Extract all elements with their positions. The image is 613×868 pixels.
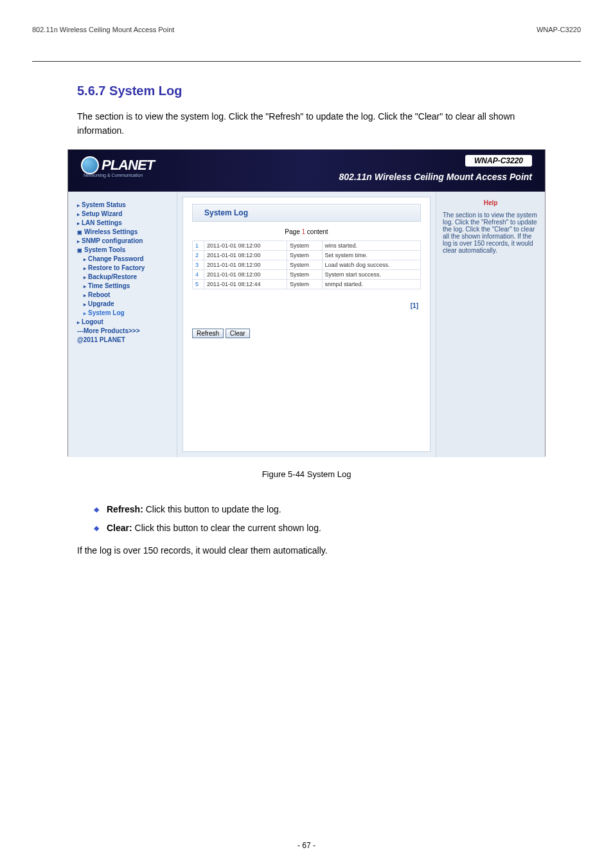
sidebar-item-lan-settings[interactable]: LAN Settings — [77, 219, 172, 226]
page-indicator: Page 1 content — [192, 228, 421, 235]
app-header: PLANET Networking & Communication WNAP-C… — [68, 150, 545, 192]
bullet-text: Click this button to clear the current s… — [135, 523, 321, 533]
log-table: 12011-01-01 08:12:00Systemwins started. … — [192, 240, 421, 289]
button-row: Refresh Clear — [192, 329, 421, 338]
log-message: wins started. — [322, 241, 421, 251]
sidebar-sub-change-password[interactable]: Change Password — [84, 255, 172, 262]
log-source: System — [287, 260, 322, 270]
sidebar-sub-time-settings[interactable]: Time Settings — [84, 282, 172, 289]
table-row: 52011-01-01 08:12:44Systemsnmpd started. — [193, 280, 421, 289]
bullet-refresh: ◆ Refresh: Click this button to update t… — [94, 502, 536, 518]
table-row: 32011-01-01 08:12:00SystemLoad watch dog… — [193, 260, 421, 270]
sidebar-item-system-status[interactable]: System Status — [77, 201, 172, 208]
sidebar-item-setup-wizard[interactable]: Setup Wizard — [77, 210, 172, 217]
log-index: 1 — [193, 241, 204, 251]
clear-button[interactable]: Clear — [226, 329, 250, 338]
description-block: ◆ Refresh: Click this button to update t… — [77, 499, 536, 559]
pager[interactable]: [1] — [192, 302, 418, 309]
log-time: 2011-01-01 08:12:00 — [204, 251, 287, 260]
diamond-icon: ◆ — [94, 503, 99, 516]
sidebar-item-system-tools[interactable]: System Tools — [77, 246, 172, 253]
help-title: Help — [443, 199, 538, 206]
model-badge: WNAP-C3220 — [465, 155, 532, 167]
sidebar-sub-reboot[interactable]: Reboot — [84, 291, 172, 298]
section-description: The section is to view the system log. C… — [77, 109, 536, 138]
sidebar-sub-backup-restore[interactable]: Backup/Restore — [84, 273, 172, 280]
brand-tagline: Networking & Communication — [84, 173, 154, 177]
figure-caption: Figure 5-44 System Log — [0, 469, 613, 479]
log-time: 2011-01-01 08:12:00 — [204, 270, 287, 280]
log-index: 2 — [193, 251, 204, 260]
sidebar-sub-restore-factory[interactable]: Restore to Factory — [84, 264, 172, 271]
sidebar: System Status Setup Wizard LAN Settings … — [68, 192, 177, 457]
bullet-text: Click this button to update the log. — [146, 504, 281, 514]
section-heading: 5.6.7 System Log — [77, 84, 182, 98]
panel-title: System Log — [204, 208, 248, 217]
globe-icon — [81, 156, 99, 174]
bullet-label: Clear: — [107, 523, 135, 533]
page-footer: - 67 - — [0, 841, 613, 850]
help-panel: Help The section is to view the system l… — [436, 192, 545, 457]
log-index: 3 — [193, 260, 204, 270]
main-panel: System Log Page 1 content 12011-01-01 08… — [182, 197, 431, 452]
refresh-button[interactable]: Refresh — [192, 329, 224, 338]
log-index: 5 — [193, 280, 204, 289]
sidebar-copyright: @2011 PLANET — [77, 336, 172, 343]
diamond-icon: ◆ — [94, 522, 99, 535]
log-message: System start success. — [322, 270, 421, 280]
sidebar-item-snmp-config[interactable]: SNMP configuration — [77, 237, 172, 244]
log-time: 2011-01-01 08:12:00 — [204, 260, 287, 270]
log-message: Load watch dog success. — [322, 260, 421, 270]
log-source: System — [287, 270, 322, 280]
log-source: System — [287, 251, 322, 260]
bullet-clear: ◆ Clear: Click this button to clear the … — [94, 520, 536, 536]
table-row: 42011-01-01 08:12:00SystemSystem start s… — [193, 270, 421, 280]
doc-header: 802.11n Wireless Ceiling Mount Access Po… — [32, 26, 581, 33]
model-subtitle: 802.11n Wireless Ceiling Mount Access Po… — [339, 172, 532, 182]
page-prefix: Page — [285, 228, 301, 235]
brand-text: PLANET — [102, 157, 154, 174]
note-text: If the log is over 150 records, it would… — [77, 543, 536, 559]
page-suffix: content — [305, 228, 328, 235]
help-text: The section is to view the system log. C… — [443, 212, 538, 254]
log-time: 2011-01-01 08:12:44 — [204, 280, 287, 289]
sidebar-item-wireless-settings[interactable]: Wireless Settings — [77, 228, 172, 235]
bullet-label: Refresh: — [107, 504, 146, 514]
sidebar-sub-system-log[interactable]: System Log — [84, 309, 172, 316]
sidebar-sub-upgrade[interactable]: Upgrade — [84, 300, 172, 307]
log-index: 4 — [193, 270, 204, 280]
log-time: 2011-01-01 08:12:00 — [204, 241, 287, 251]
log-source: System — [287, 241, 322, 251]
log-source: System — [287, 280, 322, 289]
table-row: 22011-01-01 08:12:00SystemSet system tim… — [193, 251, 421, 260]
log-message: snmpd started. — [322, 280, 421, 289]
panel-title-bar: System Log — [192, 204, 421, 222]
log-message: Set system time. — [322, 251, 421, 260]
doc-header-right: WNAP-C3220 — [537, 26, 581, 33]
doc-header-left: 802.11n Wireless Ceiling Mount Access Po… — [32, 26, 174, 33]
logo: PLANET Networking & Communication — [81, 156, 154, 177]
app-window: PLANET Networking & Communication WNAP-C… — [67, 149, 546, 457]
table-row: 12011-01-01 08:12:00Systemwins started. — [193, 241, 421, 251]
sidebar-item-logout[interactable]: Logout — [77, 318, 172, 325]
horizontal-rule — [32, 61, 581, 62]
sidebar-more-products[interactable]: ---More Products>>> — [77, 327, 172, 334]
